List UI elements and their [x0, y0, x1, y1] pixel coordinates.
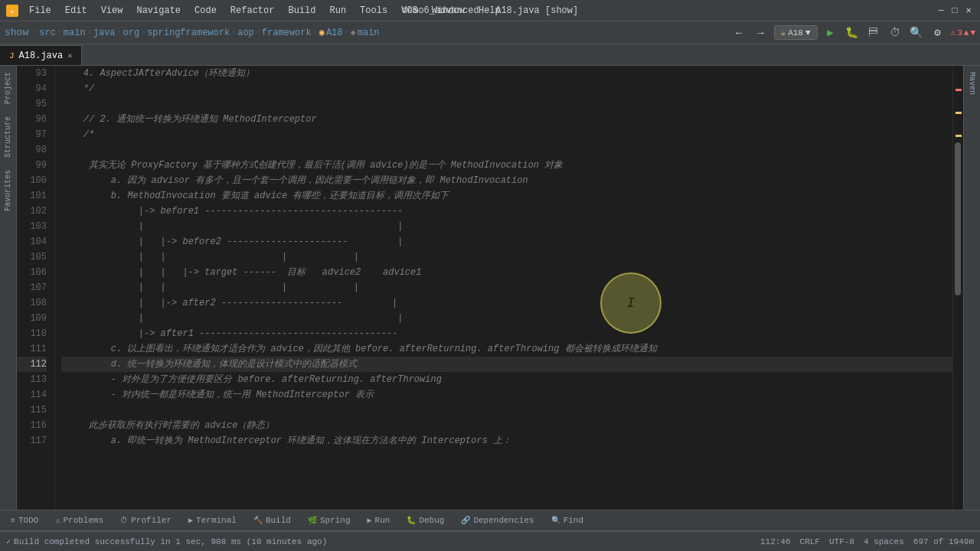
- toolbar-right: ← → ☕ A18 ▼ ▶ 🐛 ⛿ ⏱ 🔍 ⚙ ⚠ 3 ▲ ▼: [731, 24, 976, 41]
- menu-item-tools[interactable]: Tools: [354, 4, 394, 18]
- line-number-95: 95: [17, 96, 47, 112]
- comment-text-97: /*: [61, 127, 94, 142]
- menu-item-navigate[interactable]: Navigate: [130, 4, 187, 18]
- menu-item-edit[interactable]: Edit: [59, 4, 93, 18]
- menu-item-run[interactable]: Run: [323, 4, 352, 18]
- coverage-button[interactable]: ⛿: [865, 24, 882, 41]
- menu-item-file[interactable]: File: [23, 4, 57, 18]
- encoding[interactable]: UTF-8: [829, 537, 854, 546]
- comment-text-96: // 2. 通知统一转换为环绕通知 MethodInterceptor: [61, 112, 317, 127]
- breadcrumb-main-method[interactable]: main: [358, 28, 380, 38]
- breadcrumb-A18[interactable]: A18: [326, 28, 343, 38]
- breadcrumb-aop[interactable]: aop: [237, 28, 254, 38]
- code-line-103[interactable]: | |: [61, 219, 952, 234]
- line-number-98: 98: [17, 142, 47, 158]
- bottom-tab-find[interactable]: 🔍Find: [544, 514, 591, 527]
- tab-java-icon: J: [9, 51, 15, 60]
- bottom-tab-dependencies[interactable]: 🔗Dependencies: [453, 514, 541, 527]
- scroll-gutter[interactable]: [952, 66, 963, 510]
- code-line-94[interactable]: */: [61, 81, 952, 96]
- debug-button[interactable]: 🐛: [844, 24, 861, 41]
- show-link[interactable]: show: [5, 27, 28, 38]
- code-line-110[interactable]: |-> after1 -----------------------------…: [61, 326, 952, 341]
- line-number-94: 94: [17, 81, 47, 96]
- sidebar-item-structure[interactable]: Structure: [2, 113, 14, 161]
- run-button[interactable]: ▶: [822, 24, 839, 41]
- code-line-106[interactable]: | | |-> target ------ 目标 advice2 advice1: [61, 265, 952, 280]
- comment-text-107: | | | |: [61, 280, 359, 295]
- code-line-108[interactable]: | |-> after2 ---------------------- |: [61, 295, 952, 311]
- code-line-97[interactable]: /*: [61, 127, 952, 142]
- code-line-104[interactable]: | |-> before2 ---------------------- |: [61, 234, 952, 249]
- line-ending[interactable]: CRLF: [800, 537, 820, 546]
- code-line-111[interactable]: c. 以上图看出，环绕通知才适合作为 advice，因此其他 before. a…: [61, 341, 952, 357]
- bottom-tab-build[interactable]: 🔨Build: [246, 514, 299, 527]
- line-number-99: 99: [17, 158, 47, 173]
- code-line-115[interactable]: [61, 403, 952, 418]
- code-line-107[interactable]: | | | |: [61, 280, 952, 295]
- code-editor[interactable]: 9394959697▼98991001011021031041051061071…: [17, 66, 963, 510]
- search-button[interactable]: 🔍: [908, 24, 925, 41]
- comment-text-111: c. 以上图看出，环绕通知才适合作为 advice，因此其他 before. a…: [61, 341, 657, 357]
- settings-button[interactable]: ⚙: [929, 24, 946, 41]
- code-line-117[interactable]: a. 即统一转换为 MethodInterceptor 环绕通知，这体现在方法名…: [61, 433, 952, 448]
- line-number-105: 105: [17, 249, 47, 265]
- minimize-button[interactable]: ─: [936, 5, 946, 16]
- comment-text-113: - 对外是为了方便使用要区分 before. afterReturning. a…: [61, 372, 442, 387]
- code-line-116[interactable]: 此步获取所有执行时需要的 advice（静态）: [61, 418, 952, 433]
- bottom-tab-run[interactable]: ▶Run: [360, 514, 398, 527]
- error-badge[interactable]: ⚠ 3 ▲ ▼: [951, 28, 975, 37]
- breadcrumb-springframework[interactable]: springframework: [147, 28, 230, 38]
- close-button[interactable]: ✕: [963, 5, 974, 16]
- indent[interactable]: 4 spaces: [864, 537, 904, 546]
- code-line-114[interactable]: - 对内统一都是环绕通知，统一用 MethodInterceptor 表示: [61, 387, 952, 403]
- tab-icon-spring: 🌿: [308, 516, 317, 525]
- code-line-99[interactable]: 其实无论 ProxyFactory 基于哪种方式创建代理，最后干活(调用 adv…: [61, 158, 952, 173]
- bottom-tab-todo[interactable]: ≡TODO: [3, 514, 46, 527]
- breadcrumb-java[interactable]: java: [93, 28, 116, 38]
- code-line-101[interactable]: b. MethodInvocation 要知道 advice 有哪些，还要知道目…: [61, 188, 952, 204]
- tab-A18[interactable]: J A18.java ✕: [0, 45, 82, 65]
- menu-item-code[interactable]: Code: [188, 4, 223, 18]
- line-number-101: 101: [17, 188, 47, 204]
- back-button[interactable]: ←: [731, 24, 748, 41]
- code-line-98[interactable]: [61, 142, 952, 158]
- code-line-112[interactable]: d. 统一转换为环绕通知，体现的是设计模式中的适配器模式: [61, 357, 952, 372]
- code-line-105[interactable]: | | | |: [61, 249, 952, 265]
- cursor-position[interactable]: 112:46: [760, 537, 791, 546]
- tab-close-button[interactable]: ✕: [67, 51, 72, 60]
- breadcrumb-src[interactable]: src: [39, 28, 56, 38]
- sidebar-item-maven[interactable]: Maven: [966, 69, 978, 98]
- sidebar-item-project[interactable]: Project: [2, 69, 14, 107]
- bottom-tab-spring[interactable]: 🌿Spring: [300, 514, 358, 527]
- bottom-tab-terminal[interactable]: ▶Terminal: [181, 514, 244, 527]
- sidebar-item-favorites[interactable]: Favorites: [2, 167, 14, 214]
- breadcrumb-main[interactable]: main: [64, 28, 86, 38]
- profiler-button[interactable]: ⏱: [887, 24, 903, 41]
- menu-item-refactor[interactable]: Refactor: [224, 4, 281, 18]
- menu-item-build[interactable]: Build: [282, 4, 322, 18]
- code-line-95[interactable]: [61, 96, 952, 112]
- bottom-tab-problems[interactable]: ⚠Problems: [47, 514, 111, 527]
- window-controls[interactable]: ─ □ ✕: [936, 5, 974, 16]
- breadcrumb-org[interactable]: org: [123, 28, 140, 38]
- run-config-selector[interactable]: ☕ A18 ▼: [774, 25, 818, 40]
- tab-icon-problems: ⚠: [55, 516, 60, 525]
- bottom-tab-profiler[interactable]: ⏱Profiler: [113, 514, 179, 527]
- code-content[interactable]: 4. AspectJAfterAdvice（环绕通知） */ // 2. 通知统…: [55, 66, 952, 510]
- maximize-button[interactable]: □: [949, 5, 960, 16]
- code-line-102[interactable]: |-> before1 ----------------------------…: [61, 204, 952, 219]
- scrollbar-thumb[interactable]: [955, 142, 961, 295]
- warning-marker-2: [956, 135, 962, 137]
- line-number-107: 107: [17, 280, 47, 295]
- code-line-113[interactable]: - 对外是为了方便使用要区分 before. afterReturning. a…: [61, 372, 952, 387]
- bottom-tab-debug[interactable]: 🐛Debug: [399, 514, 452, 527]
- forward-button[interactable]: →: [753, 24, 769, 41]
- code-line-96[interactable]: // 2. 通知统一转换为环绕通知 MethodInterceptor: [61, 112, 952, 127]
- code-line-100[interactable]: a. 因为 advisor 有多个，且一个套一个调用，因此需要一个调用链对象，即…: [61, 173, 952, 188]
- code-line-93[interactable]: 4. AspectJAfterAdvice（环绕通知）: [61, 66, 952, 81]
- menu-item-view[interactable]: View: [95, 4, 129, 18]
- comment-text-117: a. 即统一转换为 MethodInterceptor 环绕通知，这体现在方法名…: [61, 433, 511, 448]
- code-line-109[interactable]: | |: [61, 311, 952, 326]
- breadcrumb-framework[interactable]: framework: [262, 28, 312, 38]
